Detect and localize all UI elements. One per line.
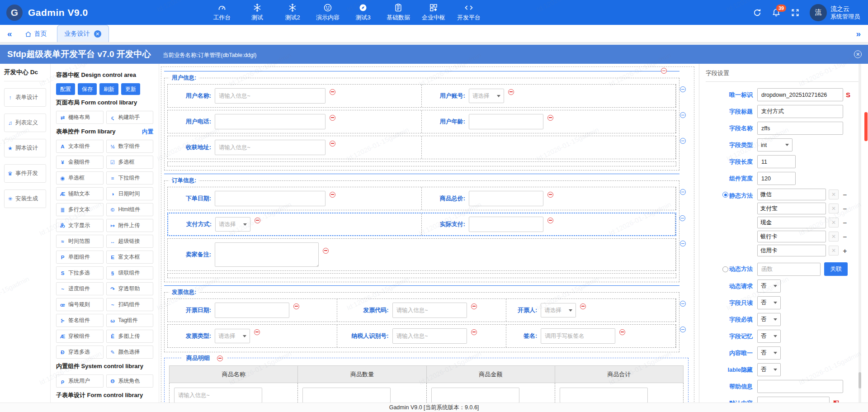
remove-row-icon[interactable] (680, 241, 686, 246)
field-name-input[interactable] (757, 122, 843, 135)
design-canvas[interactable]: 用户信息: 用户名称: 用户账号: 请选择 (159, 64, 699, 403)
remove-field-icon[interactable] (330, 115, 335, 121)
component-button[interactable]: ½ 数字组件 (106, 140, 154, 153)
user-age-input[interactable] (469, 114, 543, 129)
design-action-button[interactable]: 更新 (121, 83, 140, 95)
topnav-item[interactable]: 工作台 (210, 3, 234, 22)
component-button[interactable]: S 下拉多选 (56, 266, 104, 279)
remove-field-icon[interactable] (323, 248, 329, 254)
static-method-radio[interactable] (722, 192, 728, 198)
clear-option-icon[interactable]: ✕ (829, 204, 839, 213)
grid-row[interactable]: 下单日期: 商品总价: (167, 187, 676, 210)
option-value-input[interactable] (757, 245, 826, 256)
topnav-item[interactable]: 测试3 (351, 3, 375, 22)
option-value-input[interactable] (757, 203, 826, 214)
component-button[interactable]: ↦ 附件上传 (106, 219, 154, 232)
remove-field-icon[interactable] (471, 329, 477, 335)
option-add-remove-icon[interactable] (841, 233, 849, 241)
component-button[interactable]: Æ 穿梭组件 (56, 330, 104, 343)
remove-field-icon[interactable] (255, 218, 260, 223)
topnav-item[interactable]: 测试 (245, 3, 269, 22)
topnav-item[interactable]: 开发平台 (457, 3, 481, 22)
dynamic-method-radio[interactable] (722, 266, 728, 272)
grid-row[interactable]: 用户名称: 用户账号: 请选择 (167, 84, 676, 108)
design-action-button[interactable]: 保存 (78, 83, 97, 95)
tab-business-design[interactable]: 业务设计 ✕ (57, 25, 109, 42)
bool-select[interactable]: 否 (757, 363, 781, 376)
user-name-input[interactable] (215, 88, 326, 104)
refresh-icon[interactable] (753, 8, 762, 17)
component-button[interactable]: ✎ 颜色选择 (106, 346, 154, 359)
component-width-input[interactable] (757, 172, 796, 185)
remove-field-icon[interactable] (330, 141, 335, 147)
product-name-input[interactable] (174, 388, 262, 403)
order-total-input[interactable] (469, 191, 543, 206)
component-button[interactable]: Ê 多图上传 (106, 330, 154, 343)
clear-option-icon[interactable]: ✕ (829, 189, 839, 199)
clear-option-icon[interactable]: ✕ (829, 218, 839, 227)
component-button[interactable]: ◉ 单选框 (56, 171, 104, 185)
grid-row[interactable]: 用户电话: 用户年龄: (167, 110, 676, 133)
remove-row-icon[interactable] (680, 138, 686, 144)
layout-item-button[interactable]: ⇄ 栅格布局 (56, 111, 104, 124)
user-account-select[interactable]: 请选择 (469, 89, 504, 103)
option-add-remove-icon[interactable] (841, 219, 849, 227)
topnav-item[interactable]: 演示内容 (316, 3, 340, 22)
remove-row-icon[interactable] (680, 86, 686, 92)
dev-menu-item[interactable]: ♫ 列表定义 (4, 114, 46, 132)
dynamic-function-input[interactable] (757, 263, 821, 276)
bool-select[interactable]: 否 (757, 296, 781, 309)
grid-row[interactable]: 发票类型: 请选择 纳税人识别号: 签名: (167, 324, 676, 348)
empty-grid-row[interactable] (167, 273, 676, 278)
component-button[interactable]: ≡ 下拉组件 (106, 171, 154, 185)
design-action-button[interactable]: 配置 (56, 83, 75, 95)
component-button[interactable]: ~ 扫码组件 (106, 298, 154, 311)
component-button[interactable]: § 级联组件 (106, 266, 154, 279)
line-component[interactable] (164, 282, 679, 289)
remove-field-icon[interactable] (471, 303, 477, 309)
remove-field-icon[interactable] (330, 192, 335, 198)
remove-field-icon[interactable] (580, 303, 586, 309)
remove-row-icon[interactable] (680, 189, 686, 195)
grid-row[interactable]: 收获地址: (167, 136, 676, 159)
component-button[interactable]: E 富文本框 (106, 251, 154, 264)
bool-select[interactable]: 否 (757, 279, 781, 293)
layout-item-button[interactable]: ς 构建助手 (106, 111, 154, 124)
taxpayer-id-input[interactable] (392, 328, 467, 344)
empty-grid-row[interactable] (167, 161, 676, 166)
component-button[interactable]: ↔ 超级链接 (106, 235, 154, 248)
design-action-button[interactable]: 刷新 (99, 83, 118, 95)
remove-field-icon[interactable] (619, 329, 625, 335)
component-button[interactable]: ↷ 穿透帮助 (106, 282, 154, 295)
actual-payment-input[interactable] (469, 217, 543, 232)
signature-input[interactable] (541, 328, 615, 344)
line-component[interactable] (164, 170, 679, 177)
dev-menu-item[interactable]: ✳ 安装生成 (4, 189, 46, 208)
remove-field-icon[interactable] (508, 89, 514, 95)
option-value-input[interactable] (757, 231, 826, 242)
invoice-date-input[interactable] (215, 303, 289, 318)
field-length-input[interactable] (757, 155, 796, 168)
topnav-item[interactable]: 基础数据 (387, 3, 410, 22)
unique-id-input[interactable] (757, 88, 843, 101)
field-type-select[interactable]: int (757, 138, 793, 152)
option-value-input[interactable] (757, 217, 826, 228)
remove-line-icon[interactable] (661, 68, 667, 74)
topnav-item[interactable]: 企业中枢 (422, 3, 445, 22)
remove-field-icon[interactable] (254, 329, 260, 335)
header-close-icon[interactable]: ✕ (854, 51, 862, 58)
remove-field-icon[interactable] (293, 303, 299, 309)
order-date-input[interactable] (215, 191, 326, 206)
remove-row-icon[interactable] (680, 327, 686, 332)
grid-row[interactable]: 卖家备注: (167, 238, 676, 271)
system-component-button[interactable]: ρ 系统用户 (56, 374, 104, 388)
tab-close-icon[interactable]: ✕ (94, 30, 101, 38)
topnav-item[interactable]: 测试2 (281, 3, 304, 22)
component-button[interactable]: œ 编号规则 (56, 298, 104, 311)
user-phone-input[interactable] (215, 114, 326, 129)
component-button[interactable]: ~ 进度组件 (56, 282, 104, 295)
invoice-type-select[interactable]: 请选择 (215, 329, 250, 343)
option-value-input[interactable] (757, 189, 826, 200)
component-button[interactable]: ☑ 多选框 (106, 156, 154, 169)
user-address-input[interactable] (215, 140, 326, 155)
